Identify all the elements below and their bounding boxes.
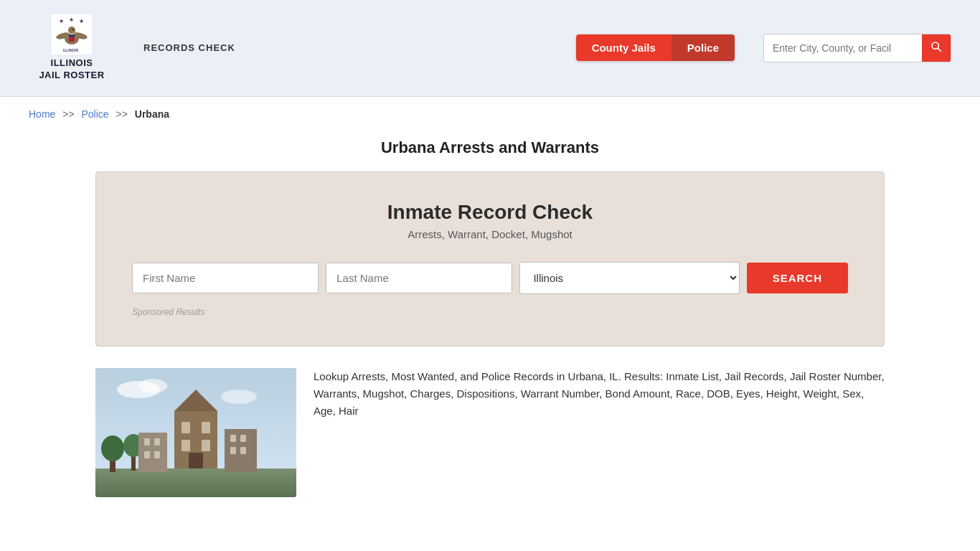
description-text: Lookup Arrests, Most Wanted, and Police …: [314, 368, 885, 420]
svg-point-3: [68, 27, 75, 34]
svg-rect-9: [69, 34, 75, 37]
svg-rect-34: [144, 438, 150, 446]
record-search-button[interactable]: SEARCH: [747, 263, 848, 293]
city-skyline-illustration: [95, 368, 296, 497]
breadcrumb: Home >> Police >> Urbana: [0, 97, 980, 131]
svg-point-18: [138, 379, 167, 393]
city-image: [95, 368, 296, 497]
svg-rect-37: [154, 451, 160, 458]
header: ★ ★ ★ ILLINOIS ILLINOIS JAIL ROSTER RECO…: [0, 0, 980, 97]
svg-rect-28: [202, 422, 210, 433]
svg-point-19: [221, 390, 257, 404]
breadcrumb-police[interactable]: Police: [82, 108, 109, 120]
svg-rect-35: [154, 438, 160, 446]
record-check-title: Inmate Record Check: [132, 201, 848, 224]
records-check-link[interactable]: RECORDS CHECK: [143, 42, 235, 53]
record-check-box: Inmate Record Check Arrests, Warrant, Do…: [95, 171, 885, 347]
header-search-bar: [763, 34, 951, 62]
svg-rect-27: [182, 422, 190, 433]
svg-text:★: ★: [59, 18, 64, 24]
police-button[interactable]: Police: [672, 34, 735, 61]
svg-rect-29: [182, 440, 190, 451]
svg-point-5: [72, 29, 74, 30]
svg-point-14: [932, 42, 938, 49]
nav-buttons: County Jails Police: [576, 34, 735, 61]
record-check-form: Illinois Alabama Alaska Arizona Arkansas…: [132, 262, 848, 294]
state-select[interactable]: Illinois Alabama Alaska Arizona Arkansas…: [519, 262, 739, 294]
breadcrumb-home[interactable]: Home: [29, 108, 55, 120]
svg-point-22: [101, 435, 124, 461]
svg-rect-32: [138, 433, 167, 472]
svg-rect-39: [240, 435, 246, 442]
last-name-input[interactable]: [326, 263, 512, 293]
header-search-input[interactable]: [764, 37, 922, 60]
svg-rect-31: [189, 453, 203, 468]
search-icon: [930, 41, 942, 52]
svg-text:★: ★: [69, 17, 74, 23]
svg-rect-38: [230, 435, 236, 442]
first-name-input[interactable]: [132, 263, 319, 293]
svg-text:ILLINOIS: ILLINOIS: [63, 48, 79, 52]
county-jails-button[interactable]: County Jails: [576, 34, 672, 61]
logo-area: ★ ★ ★ ILLINOIS ILLINOIS JAIL ROSTER: [29, 14, 115, 82]
logo-text: ILLINOIS JAIL ROSTER: [39, 57, 104, 82]
breadcrumb-sep2: >>: [116, 108, 128, 120]
svg-rect-30: [202, 440, 210, 451]
header-search-button[interactable]: [922, 34, 951, 62]
svg-text:★: ★: [79, 18, 84, 24]
page-title: Urbana Arrests and Warrants: [29, 138, 951, 157]
svg-line-15: [938, 48, 941, 52]
breadcrumb-sep1: >>: [62, 108, 74, 120]
svg-rect-40: [230, 447, 236, 454]
record-check-subtitle: Arrests, Warrant, Docket, Mugshot: [132, 228, 848, 240]
svg-rect-41: [240, 447, 246, 454]
svg-rect-20: [95, 468, 296, 497]
illinois-flag-icon: ★ ★ ★ ILLINOIS: [52, 14, 92, 55]
bottom-content: Lookup Arrests, Most Wanted, and Police …: [95, 368, 885, 497]
svg-rect-36: [144, 451, 150, 458]
sponsored-results-label: Sponsored Results: [132, 307, 848, 317]
breadcrumb-current: Urbana: [135, 108, 169, 120]
